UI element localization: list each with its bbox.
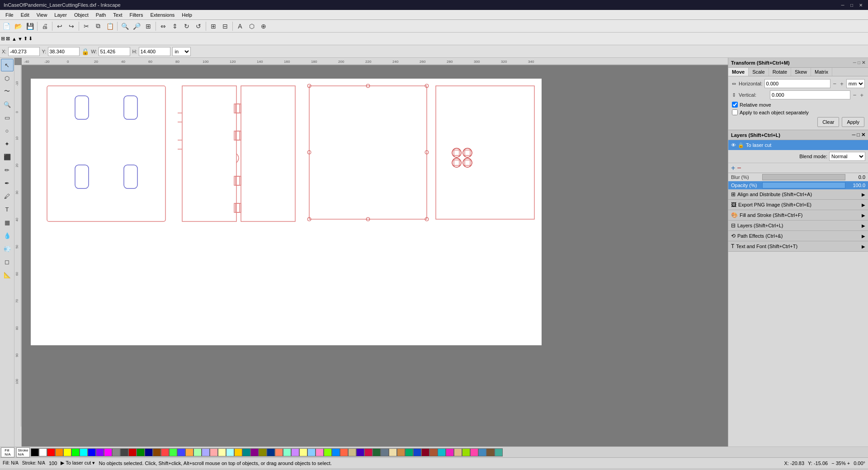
swatch-gray2[interactable] [120,448,128,456]
swatch-red[interactable] [47,448,55,456]
tab-move[interactable]: Move [728,68,749,76]
swatch-sky[interactable] [307,448,316,456]
layers-panel-minimize[interactable]: ─ [852,132,855,137]
swatch-umber[interactable] [486,448,495,456]
relative-move-checkbox[interactable] [732,102,738,108]
swatch-darkblue[interactable] [145,448,153,456]
swatch-purple[interactable] [250,448,259,456]
swatch-cyan[interactable] [80,448,88,456]
menu-text[interactable]: Text [109,11,126,19]
horizontal-minus[interactable]: − [832,80,838,87]
blend-select[interactable]: Normal Multiply Screen Overlay Darken Li… [829,152,865,161]
swatch-azure[interactable] [332,448,340,456]
star-tool[interactable]: ✦ [1,137,14,150]
canvas-area[interactable]: -40 -20 0 20 40 60 80 100 120 140 160 18… [14,58,728,446]
menu-object[interactable]: Object [71,11,92,19]
swatch-lime[interactable] [71,448,80,456]
flip-v-button[interactable]: ⇕ [170,21,180,32]
text-tool[interactable]: A [235,21,245,32]
pencil-tool[interactable]: ✏ [1,164,14,176]
lock-icon[interactable]: 🔒 [81,48,89,55]
transform-panel-close[interactable]: ✕ [862,60,865,65]
open-button[interactable]: 📂 [13,21,24,32]
menu-help[interactable]: Help [178,11,196,19]
opacity-slider[interactable] [762,182,845,188]
swatch-maroon[interactable] [421,448,429,456]
swatch-khaki[interactable] [348,448,356,456]
pen-tool[interactable]: ✒ [1,177,14,189]
swatch-bronze[interactable] [397,448,405,456]
measure-tool[interactable]: 📐 [1,268,14,281]
accordion-export-header[interactable]: 🖼 Export PNG Image (Shift+Ctrl+E) ▶ [728,200,868,210]
swatch-chartreuse[interactable] [324,448,332,456]
swatch-coral[interactable] [340,448,348,456]
select-all-btn[interactable]: ⊞ [1,36,5,42]
zoom-out-button[interactable]: 🔎 [131,21,142,32]
cut-button[interactable]: ✂ [81,21,92,32]
tab-skew[interactable]: Skew [791,68,811,76]
ungroup-button[interactable]: ⊟ [220,21,231,32]
canvas-content[interactable] [22,65,728,446]
swatch-brown[interactable] [153,448,161,456]
swatch-black[interactable] [31,448,39,456]
raise-btn[interactable]: ▲ [12,36,17,42]
swatch-cream[interactable] [218,448,226,456]
add-layer-button[interactable]: + [731,164,735,172]
eraser-tool[interactable]: ◻ [1,255,14,268]
transform-panel-expand[interactable]: □ [858,60,860,65]
h-input[interactable] [139,47,170,56]
swatch-lavender[interactable] [291,448,299,456]
swatch-peach[interactable] [185,448,193,456]
menu-layer[interactable]: Layer [51,11,71,19]
redo-button[interactable]: ↪ [66,21,77,32]
layer-row-laser-cut[interactable]: 👁 🔒 To laser cut [728,140,868,150]
transform-unit-select[interactable]: mm px cm in [846,79,865,88]
swatch-slate[interactable] [381,448,389,456]
paste-button[interactable]: 📋 [104,21,115,32]
rotate-ccw-button[interactable]: ↺ [193,21,204,32]
lower-bottom-btn[interactable]: ⬇ [28,36,33,42]
swatch-rose[interactable] [316,448,324,456]
zoom-tool[interactable]: 🔍 [1,98,14,111]
swatch-navy[interactable] [267,448,275,456]
accordion-fill-header[interactable]: 🎨 Fill and Stroke (Shift+Ctrl+F) ▶ [728,210,868,220]
swatch-periwinkle[interactable] [202,448,210,456]
tab-scale[interactable]: Scale [749,68,769,76]
zoom-minus[interactable]: − [831,461,834,466]
vertical-plus[interactable]: + [859,92,864,99]
zoom-fit-button[interactable]: ⊞ [143,21,154,32]
swatch-violet[interactable] [96,448,104,456]
swatch-wheat[interactable] [389,448,397,456]
tab-rotate[interactable]: Rotate [769,68,791,76]
calligraphy-tool[interactable]: 🖊 [1,190,14,202]
swatch-crimson[interactable] [364,448,373,456]
apply-button[interactable]: Apply [842,117,864,127]
swatch-magenta[interactable] [104,448,112,456]
print-button[interactable]: 🖨 [39,21,50,32]
lower-btn[interactable]: ▼ [18,36,23,42]
menu-edit[interactable]: Edit [17,11,33,19]
accordion-layers-header[interactable]: ⊟ Layers (Shift+Ctrl+L) ▶ [728,221,868,230]
apply-each-checkbox[interactable] [732,109,738,115]
horizontal-input[interactable] [764,79,830,88]
group-button[interactable]: ⊞ [208,21,219,32]
swatch-gray1[interactable] [112,448,120,456]
swatch-verdigris[interactable] [495,448,503,456]
clear-button[interactable]: Clear [817,117,839,127]
swatch-darkred[interactable] [128,448,137,456]
swatch-teal[interactable] [242,448,250,456]
tab-matrix[interactable]: Matrix [811,68,832,76]
menu-file[interactable]: File [2,11,17,19]
spray-tool[interactable]: 💨 [1,242,14,255]
swatch-fuchsia[interactable] [446,448,454,456]
zoom-in-button[interactable]: 🔍 [119,21,130,32]
swatch-lemon[interactable] [299,448,307,456]
delete-layer-button[interactable]: − [737,164,741,172]
maximize-button[interactable]: □ [848,1,855,9]
node-tool-btn[interactable]: ⬡ [1,72,14,85]
unit-select[interactable]: px mm cm in pt pc [172,47,191,56]
swatch-yellow[interactable] [63,448,71,456]
select-same-btn[interactable]: ⊠ [6,36,10,42]
flip-h-button[interactable]: ⇔ [158,21,169,32]
swatch-lime2[interactable] [462,448,470,456]
